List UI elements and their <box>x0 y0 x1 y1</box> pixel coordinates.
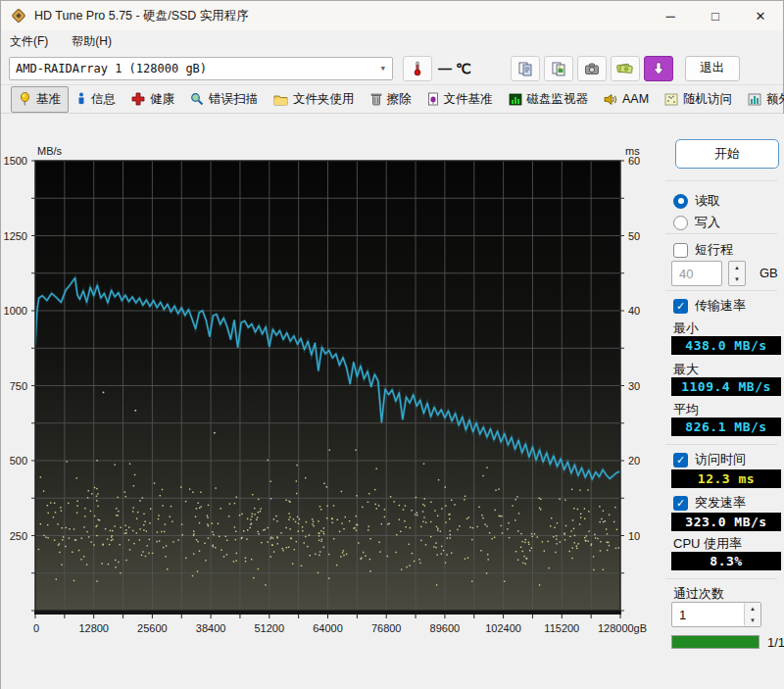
copy-text-icon <box>517 61 533 76</box>
short-stroke-size-field[interactable]: 40 <box>671 261 722 286</box>
svg-text:115200: 115200 <box>544 622 579 634</box>
screenshot-button[interactable] <box>577 56 607 81</box>
drive-select[interactable]: AMD-RAIDArray 1 (128000 gB) ▾ <box>9 57 393 80</box>
start-button[interactable]: 开始 <box>675 139 779 169</box>
menu-help[interactable]: 帮助(H) <box>72 33 112 50</box>
spin-up-icon[interactable]: ▲ <box>729 262 745 273</box>
tab-error-scan[interactable]: 错误扫描 <box>182 86 266 113</box>
svg-text:102400: 102400 <box>485 622 521 634</box>
celsius-unit: ℃ <box>456 61 471 76</box>
exit-button[interactable]: 退出 <box>685 56 740 81</box>
camera-icon <box>584 62 600 75</box>
title-bar: HD Tune Pro 5.75 - 硬盘/SSD 实用程序 ─ □ ✕ <box>1 1 783 30</box>
checkbox-unchecked-icon <box>673 243 688 258</box>
radio-off-icon <box>673 216 688 230</box>
checkbox-checked-icon: ✓ <box>673 453 688 468</box>
svg-text:50: 50 <box>628 230 640 242</box>
avg-value-display: 826.1 MB/s <box>671 418 781 436</box>
svg-text:40: 40 <box>628 305 640 317</box>
short-stroke-spinner[interactable]: ▲ ▼ <box>728 261 746 286</box>
tab-file-benchmark[interactable]: 文件基准 <box>419 86 501 113</box>
svg-text:89600: 89600 <box>430 622 461 634</box>
svg-text:10: 10 <box>628 530 640 542</box>
write-radio[interactable]: 写入 <box>673 214 720 231</box>
info-icon <box>76 92 86 106</box>
read-radio[interactable]: 读取 <box>673 192 720 210</box>
update-button[interactable] <box>644 56 673 81</box>
tab-benchmark[interactable]: 基准 <box>11 86 69 113</box>
thermometer-icon <box>411 61 424 76</box>
svg-text:750: 750 <box>10 380 27 392</box>
benchmark-controls: 开始 读取 写入 短行程 40 ▲ ▼ GB <box>663 114 783 689</box>
aam-speaker-icon <box>604 93 617 106</box>
purchase-button[interactable] <box>611 56 640 81</box>
access-time-checkbox[interactable]: ✓ 访问时间 <box>673 451 746 468</box>
tab-random-access[interactable]: 随机访问 <box>657 86 740 113</box>
download-arrow-icon <box>652 62 665 75</box>
min-value-display: 438.0 MB/s <box>671 336 781 355</box>
max-value-display: 1109.4 MB/s <box>671 377 781 396</box>
extra-tests-icon <box>748 93 761 106</box>
temperature-readout: — ℃ <box>438 61 471 76</box>
error-scan-icon <box>190 92 204 106</box>
spin-down-icon[interactable]: ▼ <box>745 615 760 626</box>
window-title: HD Tune Pro 5.75 - 硬盘/SSD 实用程序 <box>34 8 249 25</box>
svg-text:MB/s: MB/s <box>37 145 63 157</box>
benchmark-icon <box>19 92 31 106</box>
tab-folder-usage[interactable]: 文件夹使用 <box>266 86 363 113</box>
svg-text:20: 20 <box>628 455 640 467</box>
copy-text-button[interactable] <box>511 56 540 81</box>
minimize-button[interactable]: ─ <box>648 1 693 30</box>
radio-on-icon <box>673 194 688 209</box>
pass-count-spinner[interactable]: ▲ ▼ <box>744 603 760 626</box>
erase-icon <box>370 92 382 106</box>
spin-down-icon[interactable]: ▼ <box>729 273 745 285</box>
svg-text:30: 30 <box>628 380 640 392</box>
transfer-rate-checkbox[interactable]: ✓ 传输速率 <box>673 297 746 315</box>
close-button[interactable]: ✕ <box>738 1 783 30</box>
menu-bar: 文件(F) 帮助(H) <box>1 30 783 52</box>
tab-erase[interactable]: 擦除 <box>363 86 419 113</box>
spin-up-icon[interactable]: ▲ <box>745 603 760 615</box>
toolbar: AMD-RAIDArray 1 (128000 gB) ▾ — ℃ <box>1 52 783 84</box>
svg-text:1000: 1000 <box>4 305 27 317</box>
svg-text:1500: 1500 <box>4 155 27 167</box>
menu-file[interactable]: 文件(F) <box>10 33 48 50</box>
svg-text:76800: 76800 <box>371 622 402 634</box>
svg-text:250: 250 <box>10 530 27 542</box>
copy-image-button[interactable] <box>544 56 573 81</box>
gb-unit-label: GB <box>760 266 778 280</box>
disk-monitor-icon <box>509 93 522 106</box>
pass-count-label: 通过次数 <box>673 585 724 603</box>
tab-extra-tests[interactable]: 额外测试 <box>740 86 784 113</box>
tab-disk-monitor[interactable]: 磁盘监视器 <box>501 86 597 113</box>
maximize-button[interactable]: □ <box>693 1 738 30</box>
svg-text:0: 0 <box>33 622 39 634</box>
avg-label: 平均 <box>673 401 699 418</box>
tab-health[interactable]: 健康 <box>123 86 182 113</box>
svg-text:12800: 12800 <box>78 622 109 634</box>
tab-bar: 基准 信息 健康 错误扫描 文件夹 <box>1 84 783 114</box>
svg-text:64000: 64000 <box>313 622 343 634</box>
svg-text:51200: 51200 <box>255 622 285 634</box>
svg-text:1250: 1250 <box>4 230 27 242</box>
checkbox-checked-icon: ✓ <box>673 299 688 314</box>
dollar-icon <box>616 62 633 74</box>
tab-aam[interactable]: AAM <box>596 87 657 111</box>
app-icon <box>11 8 26 24</box>
svg-text:500: 500 <box>10 455 27 467</box>
cpu-usage-display: 8.3% <box>671 552 781 570</box>
chevron-down-icon: ▾ <box>379 62 386 74</box>
temperature-button[interactable] <box>403 56 432 81</box>
burst-rate-display: 323.0 MB/s <box>671 513 781 531</box>
svg-text:60: 60 <box>628 155 640 167</box>
short-stroke-checkbox[interactable]: 短行程 <box>673 241 733 259</box>
tab-info[interactable]: 信息 <box>69 86 123 113</box>
app-window: HD Tune Pro 5.75 - 硬盘/SSD 实用程序 ─ □ ✕ 文件(… <box>0 0 784 689</box>
progress-label: 1/1 <box>767 635 784 650</box>
copy-image-icon <box>551 61 566 76</box>
svg-text:38400: 38400 <box>196 622 226 634</box>
max-label: 最大 <box>673 361 699 378</box>
burst-rate-checkbox[interactable]: ✓ 突发速率 <box>673 494 746 512</box>
health-icon <box>131 92 145 106</box>
